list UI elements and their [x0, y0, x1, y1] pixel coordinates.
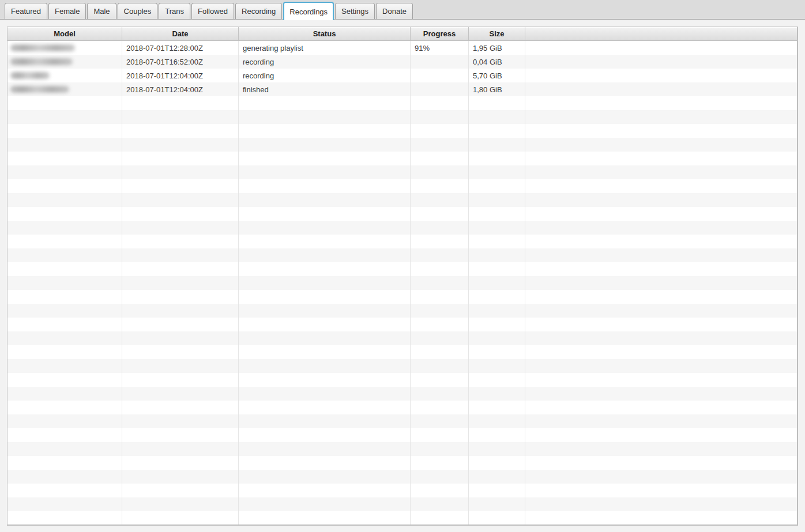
empty-cell [411, 345, 469, 359]
empty-cell [525, 497, 797, 511]
empty-cell [122, 345, 239, 359]
column-header-progress[interactable]: Progress [411, 27, 469, 41]
table-row-empty[interactable] [7, 401, 797, 414]
empty-cell [469, 373, 525, 387]
model-cell [7, 69, 122, 82]
empty-cell [411, 262, 469, 276]
empty-cell [7, 207, 122, 221]
table-row-empty[interactable] [7, 414, 797, 428]
table-row-empty[interactable] [7, 331, 797, 345]
empty-cell [469, 387, 525, 401]
tab-donate[interactable]: Donate [376, 3, 413, 19]
table-row-empty[interactable] [7, 207, 797, 221]
empty-cell [411, 318, 469, 331]
empty-cell [122, 207, 239, 221]
empty-cell [7, 262, 122, 276]
table-row-empty[interactable] [7, 248, 797, 262]
table-row-empty[interactable] [7, 442, 797, 456]
table-row[interactable]: 2018-07-01T16:52:00Zrecording0,04 GiB [7, 55, 797, 69]
table-row-empty[interactable] [7, 497, 797, 511]
empty-cell [411, 331, 469, 345]
table-row-empty[interactable] [7, 124, 797, 138]
table-row-empty[interactable] [7, 511, 797, 525]
empty-cell [469, 304, 525, 318]
empty-cell [469, 276, 525, 290]
empty-cell [469, 165, 525, 179]
table-row-empty[interactable] [7, 96, 797, 110]
tab-featured[interactable]: Featured [5, 3, 47, 19]
empty-cell [411, 235, 469, 248]
table-row-empty[interactable] [7, 387, 797, 401]
empty-cell [7, 345, 122, 359]
empty-cell [239, 414, 411, 428]
empty-cell [525, 484, 797, 497]
table-row-empty[interactable] [7, 428, 797, 442]
column-header-model[interactable]: Model [7, 27, 122, 41]
empty-cell [525, 290, 797, 304]
size-cell: 0,04 GiB [469, 55, 525, 69]
table-row-empty[interactable] [7, 345, 797, 359]
empty-cell [7, 359, 122, 373]
empty-cell [525, 235, 797, 248]
empty-cell [469, 179, 525, 193]
redacted-model-name [10, 86, 69, 93]
table-row-empty[interactable] [7, 290, 797, 304]
column-header-status[interactable]: Status [239, 27, 411, 41]
empty-cell [239, 165, 411, 179]
table-row-empty[interactable] [7, 221, 797, 235]
tab-female[interactable]: Female [48, 3, 86, 19]
tab-bar: FeaturedFemaleMaleCouplesTransFollowedRe… [0, 0, 805, 20]
model-cell [7, 55, 122, 69]
tab-male[interactable]: Male [87, 3, 116, 19]
empty-cell [7, 304, 122, 318]
empty-cell [525, 165, 797, 179]
table-row-empty[interactable] [7, 373, 797, 387]
empty-cell [122, 304, 239, 318]
column-header-size[interactable]: Size [469, 27, 525, 41]
table-row-empty[interactable] [7, 456, 797, 470]
table-row-empty[interactable] [7, 304, 797, 318]
table-row-empty[interactable] [7, 276, 797, 290]
table-row-empty[interactable] [7, 235, 797, 248]
empty-cell [411, 359, 469, 373]
empty-cell [7, 276, 122, 290]
empty-cell [525, 511, 797, 525]
tab-followed[interactable]: Followed [191, 3, 234, 19]
date-cell: 2018-07-01T12:28:00Z [122, 41, 239, 55]
empty-cell [469, 414, 525, 428]
table-row-empty[interactable] [7, 470, 797, 484]
table-row-empty[interactable] [7, 179, 797, 193]
table-row-empty[interactable] [7, 152, 797, 165]
table-row-empty[interactable] [7, 165, 797, 179]
table-row-empty[interactable] [7, 110, 797, 124]
progress-cell [411, 69, 469, 82]
table-row[interactable]: 2018-07-01T12:28:00Zgenerating playlist9… [7, 41, 797, 55]
empty-cell [525, 470, 797, 484]
empty-cell [7, 511, 122, 525]
tab-recording[interactable]: Recording [235, 3, 282, 19]
table-row-empty[interactable] [7, 193, 797, 207]
table-row-empty[interactable] [7, 262, 797, 276]
filler-cell [525, 41, 797, 55]
table-row-empty[interactable] [7, 318, 797, 331]
table-row[interactable]: 2018-07-01T12:04:00Zrecording5,70 GiB [7, 69, 797, 82]
empty-cell [525, 276, 797, 290]
empty-cell [122, 179, 239, 193]
empty-cell [469, 193, 525, 207]
empty-cell [411, 387, 469, 401]
empty-cell [239, 484, 411, 497]
empty-cell [411, 96, 469, 110]
tab-couples[interactable]: Couples [118, 3, 158, 19]
empty-cell [239, 276, 411, 290]
tab-trans[interactable]: Trans [159, 3, 190, 19]
empty-cell [122, 318, 239, 331]
column-header-date[interactable]: Date [122, 27, 239, 41]
empty-cell [239, 221, 411, 235]
tab-settings[interactable]: Settings [335, 3, 375, 19]
table-row-empty[interactable] [7, 359, 797, 373]
tab-recordings[interactable]: Recordings [283, 2, 334, 20]
table-row[interactable]: 2018-07-01T12:04:00Zfinished1,80 GiB [7, 82, 797, 96]
table-row-empty[interactable] [7, 138, 797, 152]
status-cell: recording [239, 69, 411, 82]
table-row-empty[interactable] [7, 484, 797, 497]
